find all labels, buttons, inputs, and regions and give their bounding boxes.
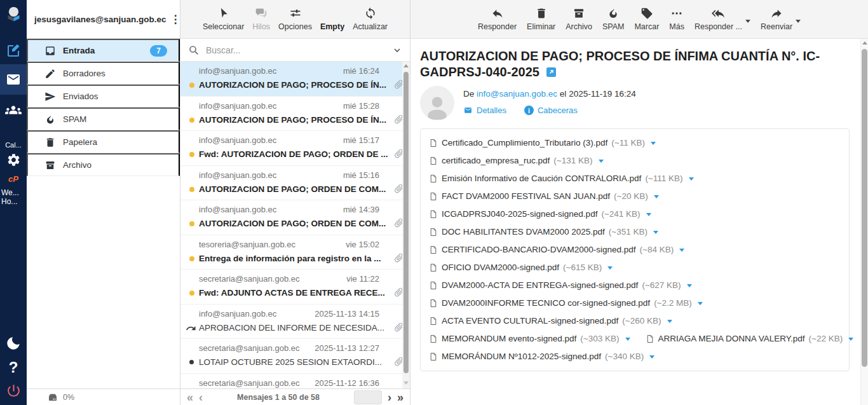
attachment-size: (~340 KB) <box>605 348 644 366</box>
forward-button[interactable]: Reenviar <box>761 7 792 31</box>
refresh-button[interactable]: Actualizar <box>353 7 388 31</box>
folder-item[interactable]: Papelera <box>27 130 180 153</box>
folder-item[interactable]: Enviados <box>27 85 180 107</box>
attachment-item[interactable]: MEMORANDUM evento-signed.pdf (~303 KB) <box>429 330 630 348</box>
message-row[interactable]: info@sanjuan.gob.ec 2025-11-13 14:15 APR… <box>180 305 410 340</box>
message-view: AUTORIZACION DE PAGO; PROCESO DE ÍNFIMA … <box>410 39 868 405</box>
attachment-menu-caret[interactable] <box>687 284 692 287</box>
sidebar-item-webmail-home[interactable]: We... Ho... <box>0 188 27 206</box>
first-page-button[interactable]: « <box>187 392 193 403</box>
attachment-item[interactable]: ICGADPRSJ040-2025-signed-signed.pdf (~24… <box>429 205 651 223</box>
chat-bubbles-icon <box>255 7 268 20</box>
sidebar-item-calendar[interactable]: Cal... <box>0 141 27 149</box>
attachment-item[interactable]: ARRIAGA MEJIA DONNA VALERY.pdf (~22 KB) <box>646 330 854 348</box>
attachment-menu-caret[interactable] <box>625 338 630 341</box>
attachment-item[interactable]: OFICIO DVAM2000-signed.pdf (~615 KB) <box>429 259 613 277</box>
sidebar-item-contacts[interactable] <box>0 102 27 118</box>
sidebar-item-mail[interactable] <box>0 64 27 95</box>
logout-button[interactable] <box>0 383 27 399</box>
attachment-item[interactable]: FACT DVAM2000 FESTIVAL SAN JUAN.pdf (~20… <box>429 188 659 205</box>
delete-button[interactable]: Eliminar <box>527 7 555 31</box>
folder-item[interactable]: Borradores <box>27 62 180 85</box>
message-body: Ing. Paola Santillán Espinoza; Tesorera … <box>420 399 849 405</box>
search-input[interactable] <box>205 45 387 56</box>
attachment-menu-caret[interactable] <box>848 338 853 341</box>
headers-link[interactable]: i Cabeceras <box>524 106 578 115</box>
page-jump-input[interactable] <box>354 390 382 404</box>
preview-scrollbar[interactable] <box>860 39 868 405</box>
search-options-chevron[interactable] <box>392 45 402 55</box>
message-row[interactable]: secretaria@sanjuan.gob.ec 2025-11-13 12:… <box>180 339 410 374</box>
list-scrollbar-thumb[interactable] <box>403 72 409 373</box>
message-row[interactable]: info@sanjuan.gob.ec mié 14:39 AUTORIZACI… <box>180 200 410 235</box>
attachment-item[interactable]: DVAM2000INFORME TECNICO cor-signed-signe… <box>429 294 703 312</box>
message-row[interactable]: info@sanjuan.gob.ec mié 15:17 Fwd: AUTOR… <box>180 131 410 166</box>
help-button[interactable]: ? <box>0 359 27 376</box>
attachment-menu-caret[interactable] <box>651 142 656 145</box>
sidebar-item-settings[interactable] <box>0 153 27 167</box>
reply-all-menu-caret[interactable] <box>745 20 750 23</box>
attachment-item[interactable]: Emisión Informativo de Caución CONTRALOR… <box>429 170 694 188</box>
attachment-menu-caret[interactable] <box>679 249 684 252</box>
message-row[interactable]: secretaria@sanjuan.gob.ec 2025-11-12 16:… <box>180 374 410 389</box>
attachment-item[interactable]: CERTIFICADO-BANCARIO-DVAM2000-signed.pdf… <box>429 241 684 259</box>
message-row[interactable]: info@sanjuan.gob.ec mié 16:24 AUTORIZACI… <box>180 62 410 97</box>
sidebar-item-cpanel[interactable]: cP <box>0 174 27 184</box>
list-scrollbar[interactable] <box>402 62 410 388</box>
attachment-menu-caret[interactable] <box>667 320 672 323</box>
pdf-file-icon <box>646 334 654 344</box>
compose-button[interactable] <box>0 43 27 58</box>
message-row[interactable]: info@sanjuan.gob.ec mié 15:28 AUTORIZACI… <box>180 97 410 132</box>
attachment-item[interactable]: MEMORÁNDUM Nº1012-2025-signed.pdf (~340 … <box>429 348 654 366</box>
select-button[interactable]: Seleccionar <box>203 7 244 31</box>
reply-button[interactable]: Responder <box>478 7 517 31</box>
empty-button[interactable]: Empty <box>320 7 344 31</box>
attachment-menu-caret[interactable] <box>599 160 604 163</box>
preview-scrollbar-thumb[interactable] <box>862 49 867 367</box>
archive-button[interactable]: Archivo <box>566 7 592 31</box>
junk-button[interactable]: SPAM <box>602 7 625 31</box>
mark-button[interactable]: Marcar <box>634 7 659 31</box>
attachment-menu-caret[interactable] <box>649 355 654 359</box>
attachment-size: (~11 KB) <box>611 134 645 152</box>
sender-address-link[interactable]: info@sanjuan.gob.ec <box>477 89 557 99</box>
attachment-name: DVAM2000-ACTA DE ENTREGA-signed-signed.p… <box>442 277 638 294</box>
more-button[interactable]: Más <box>669 7 684 31</box>
attachment-item[interactable]: certificado_empresa_ruc.pdf (~131 KB) <box>429 152 604 170</box>
options-button[interactable]: Opciones <box>278 7 312 31</box>
reply-all-group: Responder ... <box>695 7 750 31</box>
message-subject: Entrega de información para registro en … <box>199 251 388 266</box>
dark-mode-button[interactable] <box>0 335 27 352</box>
attachment-menu-caret[interactable] <box>607 266 613 270</box>
scroll-up-arrow[interactable] <box>403 64 409 67</box>
reply-all-button[interactable]: Responder ... <box>695 7 742 31</box>
attachment-menu-caret[interactable] <box>646 213 651 216</box>
attachment-row: MEMORÁNDUM Nº1012-2025-signed.pdf (~340 … <box>429 348 849 366</box>
threads-button[interactable]: Hilos <box>252 7 270 31</box>
attachment-item[interactable]: Certificado_Cumplimiento_Tributario (3).… <box>429 134 656 152</box>
message-meta: secretaria@sanjuan.gob.ec vie 11:22 <box>199 273 388 285</box>
folder-item[interactable]: Entrada 7 <box>27 39 180 62</box>
message-row[interactable]: info@sanjuan.gob.ec mié 15:16 AUTORIZACI… <box>180 166 410 201</box>
folder-item[interactable]: SPAM <box>27 107 180 130</box>
open-in-new-window-icon[interactable] <box>546 67 556 77</box>
roundcube-logo <box>0 4 27 22</box>
forward-menu-caret[interactable] <box>796 20 801 23</box>
attachment-menu-caret[interactable] <box>654 195 659 198</box>
scroll-up-arrow[interactable] <box>862 41 867 45</box>
attachment-item[interactable]: ACTA EVENTO CULTURAL-signed-signed.pdf (… <box>429 312 672 330</box>
attachment-menu-caret[interactable] <box>689 177 694 181</box>
details-link[interactable]: Detalles <box>463 106 506 115</box>
attachment-menu-caret[interactable] <box>653 231 658 234</box>
scroll-down-arrow[interactable] <box>403 381 409 385</box>
attachment-item[interactable]: DOC HABILITANTES DVAM2000 2025.pdf (~351… <box>429 223 658 241</box>
attachment-menu-caret[interactable] <box>698 302 703 305</box>
forward-group: Reenviar <box>761 7 801 31</box>
folder-item[interactable]: Archivo <box>27 153 180 176</box>
prev-page-button[interactable]: ‹ <box>199 392 203 403</box>
attachment-item[interactable]: DVAM2000-ACTA DE ENTREGA-signed-signed.p… <box>429 277 692 294</box>
next-page-button[interactable]: › <box>388 392 391 403</box>
message-row[interactable]: secretaria@sanjuan.gob.ec vie 11:22 Fwd:… <box>180 270 410 305</box>
message-row[interactable]: tesoreria@sanjuan.gob.ec vie 15:02 Entre… <box>180 235 410 270</box>
last-page-button[interactable]: » <box>397 392 403 403</box>
